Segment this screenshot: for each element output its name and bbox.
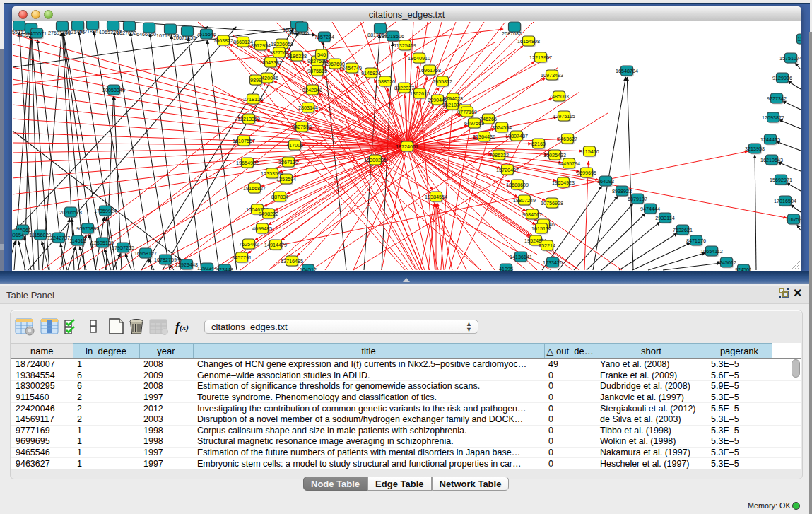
- svg-text:9474444: 9474444: [640, 206, 660, 212]
- svg-text:10688609: 10688609: [506, 182, 529, 188]
- svg-text:4099485: 4099485: [252, 226, 272, 232]
- svg-text:9084067: 9084067: [522, 211, 542, 218]
- svg-text:7632621: 7632621: [673, 227, 693, 233]
- svg-text:1353594: 1353594: [276, 176, 296, 182]
- svg-text:1292344: 1292344: [197, 265, 217, 271]
- svg-text:2933114: 2933114: [655, 215, 674, 221]
- svg-text:546: 546: [317, 52, 326, 58]
- svg-text:9899: 9899: [250, 77, 261, 83]
- svg-text:9777169: 9777169: [457, 109, 477, 115]
- svg-text:17957255: 17957255: [112, 245, 134, 251]
- svg-text:90975887: 90975887: [76, 226, 99, 232]
- svg-text:12093872: 12093872: [762, 115, 784, 121]
- svg-text:9242848: 9242848: [302, 87, 322, 93]
- svg-text:8471676: 8471676: [686, 238, 706, 244]
- svg-text:19654923: 19654923: [552, 180, 575, 186]
- svg-text:9146821: 9146821: [361, 70, 381, 76]
- svg-text:3267130: 3267130: [278, 159, 298, 165]
- svg-text:10756928: 10756928: [541, 200, 563, 206]
- svg-text:20206578: 20206578: [59, 209, 82, 216]
- svg-text:18226058: 18226058: [271, 41, 293, 47]
- svg-text:12975115: 12975115: [553, 113, 575, 119]
- svg-text:10807487: 10807487: [505, 133, 528, 139]
- svg-text:8454749: 8454749: [342, 65, 362, 71]
- svg-text:9129906: 9129906: [772, 75, 792, 81]
- svg-text:114513: 114513: [69, 238, 86, 244]
- svg-text:9699695: 9699695: [577, 170, 596, 176]
- svg-text:10218267: 10218267: [78, 28, 101, 35]
- svg-text:62160: 62160: [531, 141, 546, 147]
- svg-text:7625402: 7625402: [239, 241, 259, 247]
- svg-text:10671355: 10671355: [173, 35, 196, 41]
- svg-text:9245012: 9245012: [717, 259, 736, 266]
- svg-text:19384554: 19384554: [425, 194, 447, 200]
- svg-text:1527602: 1527602: [117, 30, 136, 36]
- svg-text:18724007: 18724007: [396, 144, 418, 150]
- svg-text:18640910: 18640910: [408, 55, 430, 62]
- svg-text:10654112: 10654112: [700, 248, 722, 255]
- svg-text:116753: 116753: [785, 216, 801, 223]
- svg-text:417006: 417006: [286, 142, 303, 148]
- svg-text:12923448: 12923448: [175, 262, 198, 268]
- svg-text:1615132: 1615132: [531, 226, 551, 232]
- svg-text:15692971: 15692971: [770, 177, 792, 183]
- svg-text:1685380: 1685380: [289, 30, 309, 37]
- svg-text:12242737: 12242737: [47, 235, 70, 241]
- svg-text:18300295: 18300295: [364, 157, 387, 163]
- svg-text:17016504: 17016504: [774, 198, 796, 204]
- svg-text:7986322: 7986322: [489, 152, 509, 158]
- svg-text:8912954: 8912954: [251, 42, 271, 49]
- svg-text:12213369: 12213369: [237, 116, 260, 122]
- svg-text:19218506: 19218506: [382, 33, 404, 40]
- svg-text:16961758: 16961758: [418, 67, 441, 74]
- svg-text:16154808: 16154808: [517, 38, 540, 45]
- svg-text:(x): (x): [180, 323, 189, 332]
- svg-text:887834: 887834: [271, 194, 288, 200]
- svg-text:8660124: 8660124: [233, 39, 253, 45]
- svg-text:12213967: 12213967: [529, 54, 552, 61]
- svg-text:2803144: 2803144: [298, 105, 318, 111]
- svg-text:16548784: 16548784: [616, 68, 638, 74]
- svg-text:13716485: 13716485: [281, 258, 303, 264]
- svg-text:16107557: 16107557: [233, 138, 255, 144]
- svg-text:41095: 41095: [499, 266, 513, 271]
- svg-text:9463627: 9463627: [558, 136, 577, 142]
- svg-text:8938923: 8938923: [612, 188, 632, 194]
- svg-text:2718126: 2718126: [243, 96, 263, 103]
- svg-text:3213958: 3213958: [745, 146, 765, 152]
- svg-text:1588520: 1588520: [375, 78, 395, 85]
- svg-text:15751074: 15751074: [779, 55, 801, 62]
- svg-text:17359924: 17359924: [94, 208, 117, 214]
- svg-text:1244415: 1244415: [760, 136, 780, 143]
- svg-text:7857274: 7857274: [314, 34, 334, 40]
- svg-text:21364436: 21364436: [473, 134, 495, 140]
- svg-text:20053346: 20053346: [102, 87, 125, 93]
- svg-text:12505135: 12505135: [91, 240, 114, 246]
- svg-text:8427552: 8427552: [292, 124, 312, 130]
- svg-text:16958127: 16958127: [134, 250, 157, 257]
- svg-text:9227342: 9227342: [767, 95, 787, 102]
- svg-text:14136141: 14136141: [510, 254, 532, 260]
- svg-text:252214: 252214: [539, 243, 555, 249]
- svg-text:19654982: 19654982: [236, 160, 259, 166]
- svg-text:3624554: 3624554: [492, 124, 512, 131]
- svg-text:19166827: 19166827: [243, 185, 266, 192]
- svg-text:6466160: 6466160: [136, 31, 156, 37]
- svg-text:1112: 1112: [798, 36, 801, 42]
- svg-text:10025433: 10025433: [543, 152, 566, 158]
- svg-text:9875685: 9875685: [307, 68, 327, 74]
- svg-text:10973493: 10973493: [541, 72, 563, 78]
- svg-text:1733426: 1733426: [543, 259, 563, 266]
- svg-text:9827502: 9827502: [269, 49, 289, 56]
- svg-text:12353594: 12353594: [261, 170, 283, 177]
- svg-text:7955812: 7955812: [433, 78, 452, 85]
- svg-text:16210643: 16210643: [760, 157, 783, 163]
- svg-text:7515546: 7515546: [196, 31, 216, 37]
- svg-text:1362615: 1362615: [410, 90, 430, 97]
- svg-text:8186328: 8186328: [287, 53, 307, 59]
- svg-text:7663822: 7663822: [213, 37, 233, 44]
- svg-text:39154: 39154: [12, 232, 24, 238]
- svg-text:16543382: 16543382: [259, 59, 282, 66]
- svg-text:164093: 164093: [597, 178, 614, 185]
- svg-text:7485003: 7485003: [549, 93, 569, 100]
